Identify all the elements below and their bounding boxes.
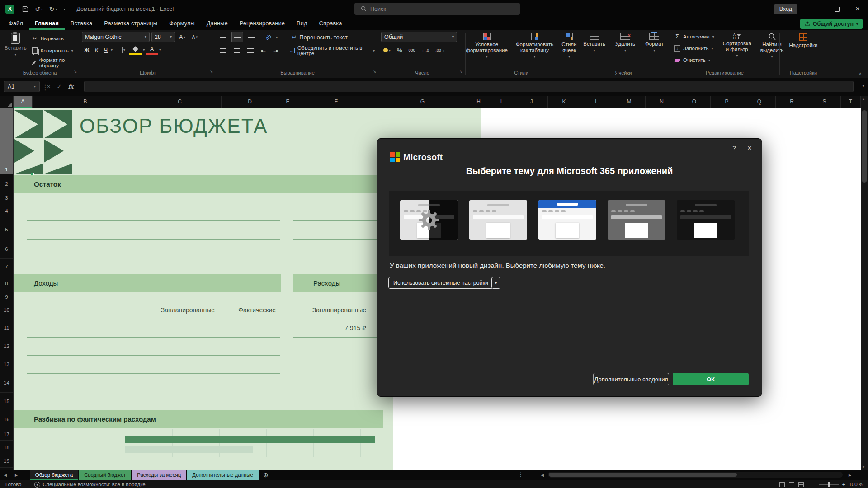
sheet-scroll-left-icon[interactable]: ◄ — [0, 470, 11, 480]
decrease-indent-button[interactable]: ⇤ — [259, 46, 268, 56]
bold-button[interactable]: Ж — [82, 45, 92, 55]
decrease-font-button[interactable]: А▾ — [189, 32, 200, 42]
zoom-out-button[interactable]: — — [811, 482, 816, 487]
sign-in-button[interactable]: Вход — [774, 4, 797, 14]
clipboard-dialog-launcher-icon[interactable]: ↘ — [74, 68, 77, 76]
chart-bar[interactable] — [125, 436, 375, 443]
align-left-button[interactable] — [218, 46, 229, 56]
column-header-B[interactable]: B — [33, 96, 138, 108]
align-middle-button[interactable] — [231, 32, 243, 42]
column-header-A[interactable]: A — [14, 96, 33, 108]
more-info-button[interactable]: Дополнительные сведения — [593, 373, 669, 385]
increase-font-button[interactable]: А▴ — [177, 32, 188, 42]
row-header-3[interactable]: 3 — [0, 193, 13, 202]
share-button[interactable]: Общий доступ ▾ — [800, 19, 863, 29]
column-header-D[interactable]: D — [222, 96, 278, 108]
new-sheet-button[interactable]: ⊕ — [259, 470, 273, 480]
merge-center-button[interactable]: ↔Объединить и поместить в центре▾ — [286, 46, 377, 56]
sheet-scroll-right-icon[interactable]: ► — [11, 470, 22, 480]
copy-button[interactable]: Копировать▾ — [29, 46, 78, 56]
minimize-button[interactable] — [806, 0, 826, 18]
column-header-F[interactable]: F — [297, 96, 375, 108]
column-header-Q[interactable]: Q — [743, 96, 776, 108]
zoom-slider-thumb[interactable] — [828, 482, 830, 487]
vertical-scrollbar-thumb[interactable] — [862, 110, 867, 183]
row-header-13[interactable]: 13 — [0, 355, 13, 373]
number-format-select[interactable]: Общий▾ — [381, 32, 457, 42]
search-box[interactable]: Поиск — [354, 3, 520, 15]
underline-button[interactable]: Ч — [101, 45, 110, 55]
font-color-button[interactable]: А — [146, 45, 158, 55]
decrease-decimal-button[interactable]: .00→ — [433, 45, 448, 55]
name-box[interactable]: A1▾ — [4, 81, 40, 92]
restore-button[interactable] — [826, 0, 847, 18]
addins-button[interactable]: Надстройки — [786, 32, 820, 50]
orientation-button[interactable]: ab — [261, 30, 275, 44]
scroll-up-icon[interactable]: ▴ — [863, 97, 864, 101]
sheet-tab-Сводный бюджет[interactable]: Сводный бюджет — [79, 470, 131, 480]
delete-cells-button[interactable]: × Удалить▾ — [613, 32, 638, 54]
dialog-help-button[interactable]: ? — [728, 142, 740, 154]
ribbon-tab-Главная[interactable]: Главная — [29, 18, 65, 30]
system-split-theme-preview[interactable] — [400, 200, 458, 240]
align-bottom-button[interactable] — [246, 32, 257, 42]
colorful-theme-preview[interactable] — [538, 200, 596, 240]
confirm-formula-button[interactable]: ✓ — [57, 83, 62, 90]
insert-function-button[interactable]: fx — [68, 83, 74, 90]
insert-cells-button[interactable]: ← Вставить▾ — [580, 32, 608, 54]
expand-formula-bar-button[interactable]: ▾ — [862, 84, 864, 88]
row-header-15[interactable]: 15 — [0, 393, 13, 410]
ribbon-tab-Данные[interactable]: Данные — [201, 18, 234, 30]
row-header-2[interactable]: 2 — [0, 174, 13, 193]
column-header-T[interactable]: T — [841, 96, 861, 108]
column-header-L[interactable]: L — [580, 96, 613, 108]
column-header-E[interactable]: E — [278, 96, 297, 108]
income-actual-column-header[interactable]: Фактические — [185, 301, 276, 319]
row-header-8[interactable]: 8 — [0, 274, 13, 292]
horizontal-scrollbar-thumb[interactable] — [549, 473, 737, 477]
hscroll-left-icon[interactable]: ◄ — [537, 470, 548, 480]
row-header-1[interactable]: 1 — [0, 108, 13, 174]
page-break-view-icon[interactable] — [798, 482, 804, 487]
zoom-in-button[interactable]: + — [842, 482, 845, 487]
save-button[interactable] — [22, 6, 28, 12]
align-top-button[interactable] — [218, 32, 229, 42]
fill-color-button[interactable] — [128, 45, 142, 55]
chart-bar[interactable] — [125, 446, 253, 453]
ribbon-tab-Справка[interactable]: Справка — [313, 18, 348, 30]
font-size-select[interactable]: 28▾ — [151, 32, 175, 42]
paste-button[interactable]: Вставить▾ — [2, 32, 29, 58]
format-painter-button[interactable]: Формат по образцу — [29, 58, 78, 68]
column-header-J[interactable]: J — [515, 96, 548, 108]
row-header-9[interactable]: 9 — [0, 292, 13, 301]
sheet-tab-Обзор бюджета[interactable]: Обзор бюджета — [30, 470, 78, 480]
ok-button[interactable]: ОК — [673, 373, 749, 385]
column-header-M[interactable]: M — [613, 96, 646, 108]
ribbon-tab-Формулы[interactable]: Формулы — [163, 18, 201, 30]
comma-style-button[interactable]: 000 — [406, 45, 418, 55]
wrap-text-button[interactable]: ↵Переносить текст — [289, 32, 350, 42]
row-header-14[interactable]: 14 — [0, 373, 13, 393]
cancel-formula-button[interactable]: × — [47, 83, 51, 90]
breakdown-band[interactable]: Разбивка по фактическим расходам — [14, 410, 383, 428]
cut-button[interactable]: ✂Вырезать — [29, 33, 78, 43]
currency-format-button[interactable]: ▾ — [381, 45, 393, 55]
sort-filter-button[interactable]: АЯ Сортировка и фильтр▾ — [720, 32, 754, 60]
alignment-dialog-launcher-icon[interactable]: ↘ — [373, 68, 376, 76]
chevron-down-icon[interactable]: ▾ — [491, 277, 500, 289]
column-header-C[interactable]: C — [138, 96, 222, 108]
row-header-6[interactable]: 6 — [0, 239, 13, 259]
row-header-4[interactable]: 4 — [0, 202, 13, 220]
italic-button[interactable]: К — [93, 45, 101, 55]
row-header-12[interactable]: 12 — [0, 337, 13, 355]
theme-dropdown[interactable]: Использовать системные настройки ▾ — [388, 277, 500, 289]
autosum-button[interactable]: ΣАвтосумма▾ — [672, 32, 717, 42]
column-header-R[interactable]: R — [776, 96, 808, 108]
ribbon-tab-Вид[interactable]: Вид — [291, 18, 313, 30]
hscroll-right-icon[interactable]: ► — [844, 470, 855, 480]
ribbon-tab-Разметка страницы[interactable]: Разметка страницы — [98, 18, 163, 30]
normal-view-icon[interactable] — [779, 482, 785, 487]
horizontal-scrollbar[interactable] — [548, 472, 843, 478]
font-name-select[interactable]: Malgun Gothic▾ — [82, 32, 150, 42]
close-button[interactable]: × — [847, 0, 868, 18]
